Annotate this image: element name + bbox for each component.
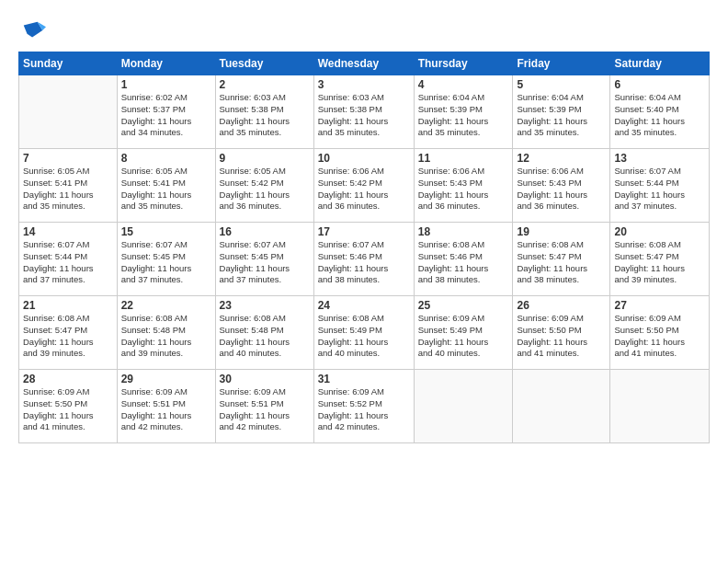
calendar-cell: 15Sunrise: 6:07 AM Sunset: 5:45 PM Dayli… (117, 223, 215, 296)
day-info: Sunrise: 6:06 AM Sunset: 5:42 PM Dayligh… (318, 166, 410, 213)
day-info: Sunrise: 6:09 AM Sunset: 5:50 PM Dayligh… (23, 386, 113, 433)
day-info: Sunrise: 6:04 AM Sunset: 5:40 PM Dayligh… (614, 92, 705, 139)
day-number: 1 (121, 78, 211, 91)
day-info: Sunrise: 6:09 AM Sunset: 5:50 PM Dayligh… (614, 313, 705, 360)
calendar-cell: 14Sunrise: 6:07 AM Sunset: 5:44 PM Dayli… (19, 223, 118, 296)
calendar-cell: 18Sunrise: 6:08 AM Sunset: 5:46 PM Dayli… (414, 223, 513, 296)
day-info: Sunrise: 6:07 AM Sunset: 5:46 PM Dayligh… (318, 239, 410, 286)
day-info: Sunrise: 6:06 AM Sunset: 5:43 PM Dayligh… (418, 166, 509, 213)
day-info: Sunrise: 6:05 AM Sunset: 5:41 PM Dayligh… (23, 166, 113, 213)
calendar-header-thursday: Thursday (414, 52, 513, 75)
day-info: Sunrise: 6:07 AM Sunset: 5:45 PM Dayligh… (220, 239, 310, 286)
day-info: Sunrise: 6:07 AM Sunset: 5:45 PM Dayligh… (121, 239, 211, 286)
day-number: 15 (121, 225, 211, 238)
day-info: Sunrise: 6:04 AM Sunset: 5:39 PM Dayligh… (517, 92, 606, 139)
day-number: 24 (318, 299, 410, 312)
calendar-cell: 21Sunrise: 6:08 AM Sunset: 5:47 PM Dayli… (19, 296, 118, 370)
calendar-cell: 12Sunrise: 6:06 AM Sunset: 5:43 PM Dayli… (513, 149, 610, 223)
calendar-cell: 9Sunrise: 6:05 AM Sunset: 5:42 PM Daylig… (215, 149, 313, 223)
day-number: 11 (418, 152, 509, 165)
calendar-cell: 19Sunrise: 6:08 AM Sunset: 5:47 PM Dayli… (513, 223, 610, 296)
day-number: 31 (318, 373, 410, 385)
day-number: 27 (614, 299, 705, 312)
day-number: 8 (121, 152, 211, 165)
calendar-cell: 24Sunrise: 6:08 AM Sunset: 5:49 PM Dayli… (313, 296, 414, 370)
day-number: 6 (614, 78, 705, 91)
day-number: 17 (318, 225, 410, 238)
day-number: 13 (614, 152, 705, 165)
calendar-header-monday: Monday (117, 52, 215, 75)
calendar-week-row: 28Sunrise: 6:09 AM Sunset: 5:50 PM Dayli… (19, 370, 710, 443)
calendar-cell: 2Sunrise: 6:03 AM Sunset: 5:38 PM Daylig… (215, 75, 313, 149)
header (18, 15, 710, 44)
day-info: Sunrise: 6:04 AM Sunset: 5:39 PM Dayligh… (418, 92, 509, 139)
day-info: Sunrise: 6:08 AM Sunset: 5:48 PM Dayligh… (220, 313, 310, 360)
day-info: Sunrise: 6:08 AM Sunset: 5:47 PM Dayligh… (517, 239, 606, 286)
day-number: 26 (517, 299, 606, 312)
day-number: 4 (418, 78, 509, 91)
calendar-cell: 28Sunrise: 6:09 AM Sunset: 5:50 PM Dayli… (19, 370, 118, 443)
calendar-cell: 1Sunrise: 6:02 AM Sunset: 5:37 PM Daylig… (117, 75, 215, 149)
day-number: 2 (220, 78, 310, 91)
calendar-cell: 29Sunrise: 6:09 AM Sunset: 5:51 PM Dayli… (117, 370, 215, 443)
calendar-cell (19, 75, 118, 149)
day-info: Sunrise: 6:09 AM Sunset: 5:51 PM Dayligh… (220, 386, 310, 433)
day-number: 5 (517, 78, 606, 91)
day-number: 19 (517, 225, 606, 238)
day-number: 20 (614, 225, 705, 238)
day-number: 28 (23, 373, 113, 385)
calendar-cell: 20Sunrise: 6:08 AM Sunset: 5:47 PM Dayli… (610, 223, 710, 296)
logo-icon (20, 18, 46, 44)
calendar-cell: 30Sunrise: 6:09 AM Sunset: 5:51 PM Dayli… (215, 370, 313, 443)
day-number: 30 (220, 373, 310, 385)
day-info: Sunrise: 6:02 AM Sunset: 5:37 PM Dayligh… (121, 92, 211, 139)
calendar-cell: 31Sunrise: 6:09 AM Sunset: 5:52 PM Dayli… (313, 370, 414, 443)
calendar-cell: 3Sunrise: 6:03 AM Sunset: 5:38 PM Daylig… (313, 75, 414, 149)
calendar-week-row: 7Sunrise: 6:05 AM Sunset: 5:41 PM Daylig… (19, 149, 710, 223)
calendar-cell: 26Sunrise: 6:09 AM Sunset: 5:50 PM Dayli… (513, 296, 610, 370)
day-info: Sunrise: 6:05 AM Sunset: 5:41 PM Dayligh… (121, 166, 211, 213)
day-number: 29 (121, 373, 211, 385)
calendar-cell: 22Sunrise: 6:08 AM Sunset: 5:48 PM Dayli… (117, 296, 215, 370)
calendar-header-friday: Friday (513, 52, 610, 75)
day-number: 14 (23, 225, 113, 238)
calendar-cell: 27Sunrise: 6:09 AM Sunset: 5:50 PM Dayli… (610, 296, 710, 370)
calendar-cell (414, 370, 513, 443)
day-number: 25 (418, 299, 509, 312)
calendar-cell: 7Sunrise: 6:05 AM Sunset: 5:41 PM Daylig… (19, 149, 118, 223)
calendar-cell: 4Sunrise: 6:04 AM Sunset: 5:39 PM Daylig… (414, 75, 513, 149)
day-info: Sunrise: 6:08 AM Sunset: 5:47 PM Dayligh… (614, 239, 705, 286)
day-info: Sunrise: 6:06 AM Sunset: 5:43 PM Dayligh… (517, 166, 606, 213)
day-info: Sunrise: 6:03 AM Sunset: 5:38 PM Dayligh… (220, 92, 310, 139)
day-info: Sunrise: 6:09 AM Sunset: 5:49 PM Dayligh… (418, 313, 509, 360)
calendar-header-tuesday: Tuesday (215, 52, 313, 75)
day-info: Sunrise: 6:09 AM Sunset: 5:52 PM Dayligh… (318, 386, 410, 433)
day-info: Sunrise: 6:08 AM Sunset: 5:48 PM Dayligh… (121, 313, 211, 360)
calendar-week-row: 14Sunrise: 6:07 AM Sunset: 5:44 PM Dayli… (19, 223, 710, 296)
day-number: 23 (220, 299, 310, 312)
calendar-header-wednesday: Wednesday (313, 52, 414, 75)
day-info: Sunrise: 6:03 AM Sunset: 5:38 PM Dayligh… (318, 92, 410, 139)
calendar-cell (610, 370, 710, 443)
day-number: 18 (418, 225, 509, 238)
day-number: 10 (318, 152, 410, 165)
day-number: 7 (23, 152, 113, 165)
calendar-week-row: 1Sunrise: 6:02 AM Sunset: 5:37 PM Daylig… (19, 75, 710, 149)
calendar-header-row: SundayMondayTuesdayWednesdayThursdayFrid… (19, 52, 710, 75)
day-info: Sunrise: 6:05 AM Sunset: 5:42 PM Dayligh… (220, 166, 310, 213)
calendar-cell: 25Sunrise: 6:09 AM Sunset: 5:49 PM Dayli… (414, 296, 513, 370)
calendar-header-saturday: Saturday (610, 52, 710, 75)
calendar-cell: 5Sunrise: 6:04 AM Sunset: 5:39 PM Daylig… (513, 75, 610, 149)
day-info: Sunrise: 6:09 AM Sunset: 5:50 PM Dayligh… (517, 313, 606, 360)
day-info: Sunrise: 6:07 AM Sunset: 5:44 PM Dayligh… (614, 166, 705, 213)
calendar-header-sunday: Sunday (19, 52, 118, 75)
calendar-week-row: 21Sunrise: 6:08 AM Sunset: 5:47 PM Dayli… (19, 296, 710, 370)
calendar-cell: 17Sunrise: 6:07 AM Sunset: 5:46 PM Dayli… (313, 223, 414, 296)
calendar-cell: 16Sunrise: 6:07 AM Sunset: 5:45 PM Dayli… (215, 223, 313, 296)
calendar-cell: 23Sunrise: 6:08 AM Sunset: 5:48 PM Dayli… (215, 296, 313, 370)
day-info: Sunrise: 6:08 AM Sunset: 5:47 PM Dayligh… (23, 313, 113, 360)
calendar-cell (513, 370, 610, 443)
day-info: Sunrise: 6:08 AM Sunset: 5:49 PM Dayligh… (318, 313, 410, 360)
calendar-cell: 8Sunrise: 6:05 AM Sunset: 5:41 PM Daylig… (117, 149, 215, 223)
day-number: 9 (220, 152, 310, 165)
